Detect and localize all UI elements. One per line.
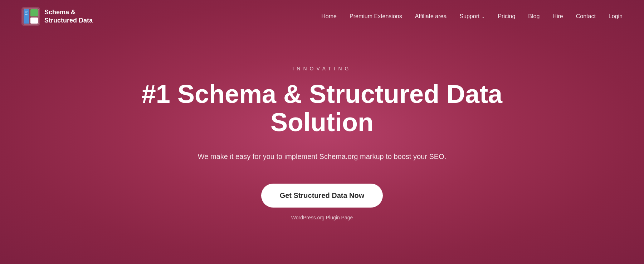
svg-rect-7 <box>25 14 28 15</box>
chevron-down-icon: ⌄ <box>482 14 485 19</box>
svg-rect-5 <box>25 11 28 11</box>
nav-item-login[interactable]: Login <box>609 13 623 20</box>
nav-link-hire[interactable]: Hire <box>552 13 563 19</box>
logo-text: Schema & Structured Data <box>44 8 93 25</box>
nav-link-home[interactable]: Home <box>321 13 337 19</box>
nav-link-login[interactable]: Login <box>609 13 623 19</box>
hero-section: Schema & Structured Data Home Premium Ex… <box>0 0 644 264</box>
nav-item-pricing[interactable]: Pricing <box>498 13 515 20</box>
nav-link-contact[interactable]: Contact <box>576 13 596 19</box>
hero-title: #1 Schema & Structured Data Solution <box>125 80 519 136</box>
cta-button[interactable]: Get Structured Data Now <box>261 184 383 208</box>
nav-item-blog[interactable]: Blog <box>528 13 540 20</box>
nav-item-home[interactable]: Home <box>321 13 337 20</box>
nav-item-hire[interactable]: Hire <box>552 13 563 20</box>
wordpress-plugin-link[interactable]: WordPress.org Plugin Page <box>291 215 353 220</box>
hero-subtitle: We make it easy for you to implement Sch… <box>198 151 446 162</box>
nav-item-support[interactable]: Support ⌄ <box>459 13 485 20</box>
svg-rect-6 <box>25 13 27 13</box>
nav-item-premium[interactable]: Premium Extensions <box>350 13 402 20</box>
nav-link-blog[interactable]: Blog <box>528 13 540 19</box>
nav-link-pricing[interactable]: Pricing <box>498 13 515 19</box>
nav-item-contact[interactable]: Contact <box>576 13 596 20</box>
nav-links: Home Premium Extensions Affiliate area S… <box>321 13 623 20</box>
nav-link-premium[interactable]: Premium Extensions <box>350 13 402 19</box>
nav-item-affiliate[interactable]: Affiliate area <box>415 13 447 20</box>
svg-rect-4 <box>30 18 38 24</box>
svg-rect-3 <box>30 9 38 16</box>
navigation: Schema & Structured Data Home Premium Ex… <box>0 0 644 33</box>
nav-link-affiliate[interactable]: Affiliate area <box>415 13 447 19</box>
logo[interactable]: Schema & Structured Data <box>21 7 93 26</box>
logo-icon <box>21 7 40 26</box>
hero-content: INNOVATING #1 Schema & Structured Data S… <box>0 33 644 264</box>
nav-link-support[interactable]: Support ⌄ <box>459 13 485 20</box>
hero-eyebrow: INNOVATING <box>292 66 351 71</box>
